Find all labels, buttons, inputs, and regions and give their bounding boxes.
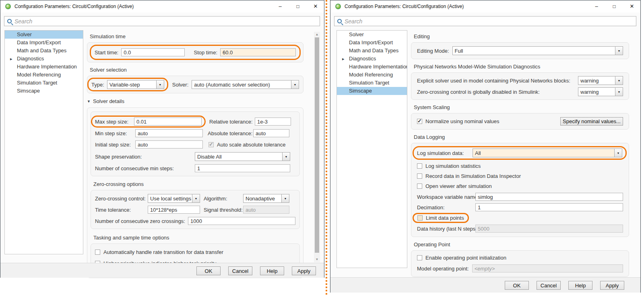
sidebar-item-hardware-implementation[interactable]: Hardware Implementation [5, 63, 83, 71]
solver-details-expander[interactable]: ▼ Solver details [87, 98, 303, 104]
sidebar-item-data-import-export[interactable]: Data Import/Export [5, 39, 83, 47]
search-placeholder: Search [14, 18, 32, 25]
zc-disabled-dropdown[interactable]: warning [578, 87, 623, 96]
start-time-input[interactable]: 0.0 [121, 48, 185, 56]
sidebar-item-simscape[interactable]: Simscape [5, 87, 83, 95]
help-button[interactable]: Help [260, 266, 284, 275]
auto-scale-label: Auto scale absolute tolerance [217, 142, 286, 148]
minimize-icon[interactable]: – [277, 0, 283, 12]
search-icon [337, 19, 342, 23]
log-simulation-data-label: Log simulation data: [417, 150, 473, 156]
zero-crossing-control-dropdown[interactable]: Use local settings [148, 194, 200, 203]
sidebar-item-simscape[interactable]: Simscape [337, 87, 407, 95]
consecutive-min-steps-input[interactable]: 1 [195, 164, 290, 172]
step-size-group: Max step size: 0.01 Relative tolerance: … [91, 111, 300, 176]
sidebar-item-solver[interactable]: Solver [5, 31, 83, 39]
consecutive-min-steps-label: Number of consecutive min steps: [95, 165, 195, 171]
search-input[interactable]: Search [334, 16, 636, 26]
start-time-label: Start time: [95, 50, 118, 56]
sidebar-item-diagnostics[interactable]: Diagnostics [337, 55, 407, 63]
solver-type-dropdown[interactable]: Variable-step [107, 80, 164, 89]
chevron-down-icon[interactable] [192, 194, 200, 202]
min-step-size-input[interactable]: auto [135, 129, 203, 137]
ok-button[interactable]: OK [196, 266, 221, 275]
annotation-solver-type: Type: Variable-step [87, 78, 168, 91]
model-operating-point-input[interactable]: <empty> [472, 264, 623, 272]
sidebar-item-diagnostics[interactable]: Diagnostics [5, 55, 83, 63]
rate-transition-checkbox[interactable] [95, 250, 100, 255]
sidebar-item-math-and-data-types[interactable]: Math and Data Types [5, 47, 83, 55]
maximize-icon[interactable]: □ [295, 0, 301, 12]
relative-tolerance-input[interactable]: 1e-3 [255, 118, 291, 126]
scroll-down-icon[interactable]: ▼ [314, 257, 320, 262]
chevron-down-icon[interactable] [291, 80, 299, 89]
apply-button[interactable]: Apply [292, 266, 316, 275]
max-step-size-input[interactable]: 0.01 [134, 118, 202, 126]
workspace-variable-input[interactable]: simlog [475, 193, 623, 201]
open-viewer-checkbox[interactable] [417, 184, 422, 189]
sidebar-item-math-and-data-types[interactable]: Math and Data Types [337, 47, 407, 55]
sidebar-item-model-referencing[interactable]: Model Referencing [5, 71, 83, 79]
search-placeholder: Search [345, 18, 362, 25]
time-tolerance-input[interactable]: 10*128*eps [148, 206, 200, 214]
expanded-triangle-icon: ▼ [87, 99, 91, 103]
chevron-down-icon[interactable] [614, 149, 622, 157]
editing-group: Editing Mode: Full [411, 42, 629, 59]
decimation-input[interactable]: 1 [475, 203, 623, 211]
log-statistics-checkbox[interactable] [417, 163, 422, 169]
absolute-tolerance-input[interactable]: auto [253, 129, 289, 137]
vertical-scrollbar[interactable]: ▲ ▼ [314, 32, 320, 262]
normalize-checkbox[interactable] [417, 119, 422, 124]
chevron-down-icon[interactable] [615, 76, 623, 85]
scrollbar-thumb[interactable] [315, 37, 319, 253]
ok-button[interactable]: OK [505, 281, 529, 290]
signal-threshold-input[interactable]: auto [243, 206, 289, 214]
data-history-input[interactable]: 5000 [475, 225, 623, 233]
explicit-solver-label: Explicit solver used in model containing… [417, 78, 570, 84]
close-icon[interactable]: ✕ [629, 0, 635, 12]
maximize-icon[interactable]: □ [611, 0, 617, 12]
minimize-icon[interactable]: – [594, 0, 599, 12]
enable-operating-point-checkbox[interactable] [417, 255, 422, 260]
orange-dotted-divider [326, 0, 327, 295]
chevron-down-icon[interactable] [156, 80, 164, 89]
type-label: Type: [91, 82, 104, 88]
chevron-down-icon[interactable] [282, 153, 290, 161]
close-icon[interactable]: ✕ [313, 0, 318, 12]
operating-point-group: Enable operating point initialization Mo… [411, 250, 629, 277]
help-button[interactable]: Help [568, 281, 592, 290]
solver-selection-title: Solver selection [90, 67, 303, 73]
chevron-down-icon[interactable] [615, 47, 623, 55]
specify-nominal-values-button[interactable]: Specify nominal values... [560, 117, 623, 126]
sidebar-item-simulation-target[interactable]: Simulation Target [337, 79, 407, 87]
shape-preservation-dropdown[interactable]: Disable All [195, 152, 290, 161]
solver-dropdown[interactable]: auto (Automatic solver selection) [192, 80, 299, 89]
operating-point-title: Operating Point [414, 241, 629, 248]
log-simulation-data-dropdown[interactable]: All [473, 149, 622, 157]
cancel-button[interactable]: Cancel [537, 281, 561, 290]
chevron-down-icon[interactable] [281, 194, 289, 202]
initial-step-size-input[interactable]: auto [135, 140, 203, 149]
shape-preservation-label: Shape preservation: [95, 154, 195, 160]
sidebar-item-simulation-target[interactable]: Simulation Target [5, 79, 83, 87]
sidebar-item-model-referencing[interactable]: Model Referencing [337, 71, 407, 79]
sidebar-item-hardware-implementation[interactable]: Hardware Implementation [337, 63, 407, 71]
record-data-checkbox[interactable] [417, 173, 422, 179]
chevron-down-icon[interactable] [615, 88, 623, 96]
sidebar-item-data-import-export[interactable]: Data Import/Export [337, 39, 407, 47]
editing-mode-dropdown[interactable]: Full [452, 46, 623, 55]
search-input[interactable]: Search [4, 16, 320, 26]
consecutive-zero-crossings-input[interactable]: 1000 [188, 217, 295, 225]
limit-data-points-checkbox[interactable] [417, 215, 423, 221]
apply-button[interactable]: Apply [600, 281, 624, 290]
time-tolerance-label: Time tolerance: [95, 207, 148, 213]
data-history-label: Data history (last N steps): [417, 226, 475, 232]
auto-scale-checkbox[interactable] [208, 142, 214, 147]
scroll-up-icon[interactable]: ▲ [314, 32, 320, 37]
cancel-button[interactable]: Cancel [228, 266, 252, 275]
algorithm-dropdown[interactable]: Nonadaptive [243, 194, 289, 203]
explicit-solver-dropdown[interactable]: warning [578, 76, 623, 85]
sidebar-item-solver[interactable]: Solver [337, 31, 407, 39]
annotation-max-step-size: Max step size: 0.01 [91, 116, 206, 128]
stop-time-input[interactable]: 60.0 [220, 48, 296, 56]
